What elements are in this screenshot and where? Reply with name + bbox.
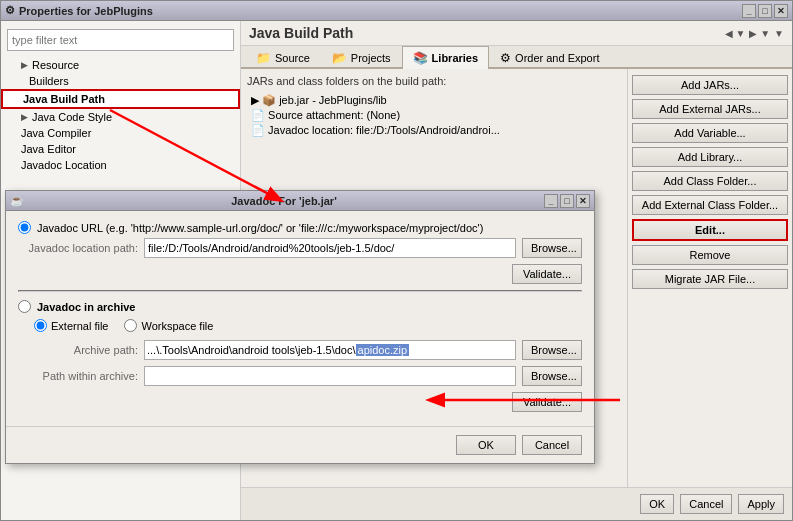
javadoc-url-radio[interactable] [18, 221, 31, 234]
sidebar-item-label: Resource [32, 59, 79, 71]
tab-libraries-label: Libraries [432, 52, 478, 64]
sidebar-item-java-build-path[interactable]: Java Build Path [1, 89, 240, 109]
workspace-file-radio[interactable] [124, 319, 137, 332]
tree-item-label: Source attachment: (None) [268, 109, 400, 121]
sidebar-item-label: Java Code Style [32, 111, 112, 123]
archive-path-row: Archive path: ...\.Tools\Android\android… [18, 340, 582, 360]
projects-tab-icon: 📂 [332, 51, 347, 65]
sidebar-item-java-code-style[interactable]: ▶ Java Code Style [1, 109, 240, 125]
libraries-tab-icon: 📚 [413, 51, 428, 65]
dialog-footer: OK Cancel [6, 426, 594, 463]
archive-path-display: ...\.Tools\Android\android tools\jeb-1.5… [144, 340, 516, 360]
dialog-minimize-button[interactable]: _ [544, 194, 558, 208]
footer: OK Cancel Apply [241, 487, 792, 520]
dialog-close-button[interactable]: ✕ [576, 194, 590, 208]
javadoc-in-archive-section: Javadoc in archive [18, 300, 582, 313]
add-external-class-folder-button[interactable]: Add External Class Folder... [632, 195, 788, 215]
javadoc-url-label: Javadoc URL (e.g. 'http://www.sample-url… [37, 222, 483, 234]
bp-description: JARs and class folders on the build path… [247, 75, 621, 87]
window-title: Properties for JebPlugins [19, 5, 153, 17]
sidebar-item-label: Java Build Path [23, 93, 105, 105]
dialog-title-icon: ☕ [10, 194, 24, 207]
dialog-cancel-button[interactable]: Cancel [522, 435, 582, 455]
add-jars-button[interactable]: Add JARs... [632, 75, 788, 95]
dialog-title-label: Javadoc For 'jeb.jar' [231, 195, 337, 207]
validate1-button[interactable]: Validate... [512, 264, 582, 284]
minimize-button[interactable]: _ [742, 4, 756, 18]
javadoc-in-archive-label: Javadoc in archive [37, 301, 135, 313]
order-export-tab-icon: ⚙ [500, 51, 511, 65]
sidebar-item-label: Java Compiler [21, 127, 91, 139]
tree-item-label: jeb.jar - JebPlugins/lib [279, 94, 387, 106]
tree-item-jeb-jar[interactable]: ▶ 📦 jeb.jar - JebPlugins/lib [247, 93, 621, 108]
ok-button[interactable]: OK [640, 494, 674, 514]
filter-box [7, 29, 234, 51]
tab-bar: 📁 Source 📂 Projects 📚 Libraries ⚙ Order … [241, 46, 792, 69]
cancel-button[interactable]: Cancel [680, 494, 732, 514]
external-file-label: External file [51, 320, 108, 332]
dialog-title-bar: ☕ Javadoc For 'jeb.jar' _ □ ✕ [6, 191, 594, 211]
sidebar-item-javadoc-location[interactable]: Javadoc Location [1, 157, 240, 173]
forward-arrow-icon[interactable]: ▶ ▼ [749, 28, 770, 39]
javadoc-in-archive-radio[interactable] [18, 300, 31, 313]
archive-path-label: Archive path: [18, 344, 138, 356]
tab-libraries[interactable]: 📚 Libraries [402, 46, 489, 69]
add-class-folder-button[interactable]: Add Class Folder... [632, 171, 788, 191]
close-button[interactable]: ✕ [774, 4, 788, 18]
sidebar-item-builders[interactable]: Builders [1, 73, 240, 89]
filter-input[interactable] [7, 29, 234, 51]
jar-icon: 📦 [262, 94, 276, 106]
javadoc-location-path-label: Javadoc location path: [18, 242, 138, 254]
sidebar-item-label: Javadoc Location [21, 159, 107, 171]
tab-order-export[interactable]: ⚙ Order and Export [489, 46, 610, 69]
tree-item-javadoc-location[interactable]: 📄 Javadoc location: file:/D:/Tools/Andro… [247, 123, 621, 138]
apply-button[interactable]: Apply [738, 494, 784, 514]
sidebar-item-label: Builders [29, 75, 69, 87]
edit-button[interactable]: Edit... [632, 219, 788, 241]
add-external-jars-button[interactable]: Add External JARs... [632, 99, 788, 119]
path-within-archive-input[interactable] [144, 366, 516, 386]
browse2-button[interactable]: Browse... [522, 340, 582, 360]
file-icon: 📄 [251, 124, 265, 136]
tab-projects[interactable]: 📂 Projects [321, 46, 402, 69]
source-tab-icon: 📁 [256, 51, 271, 65]
tree-item-source-attachment[interactable]: 📄 Source attachment: (None) [247, 108, 621, 123]
title-bar: ⚙ Properties for JebPlugins _ □ ✕ [1, 1, 792, 21]
tree-item-label: Javadoc location: file:/D:/Tools/Android… [268, 124, 500, 136]
back-arrow-icon[interactable]: ◀ ▼ [725, 28, 746, 39]
dialog-restore-button[interactable]: □ [560, 194, 574, 208]
content-title: Java Build Path [249, 25, 353, 41]
right-button-panel: Add JARs... Add External JARs... Add Var… [627, 69, 792, 487]
javadoc-dialog: ☕ Javadoc For 'jeb.jar' _ □ ✕ Javadoc UR… [5, 190, 595, 464]
add-variable-button[interactable]: Add Variable... [632, 123, 788, 143]
sidebar-item-java-compiler[interactable]: Java Compiler [1, 125, 240, 141]
remove-button[interactable]: Remove [632, 245, 788, 265]
external-file-radio[interactable] [34, 319, 47, 332]
javadoc-url-radio-row: Javadoc URL (e.g. 'http://www.sample-url… [18, 221, 582, 234]
sidebar-item-resource[interactable]: ▶ Resource [1, 57, 240, 73]
expand-icon: ▶ [251, 94, 259, 106]
validate2-button[interactable]: Validate... [512, 392, 582, 412]
arrow-icon: ▶ [21, 112, 28, 122]
sidebar-item-label: Java Editor [21, 143, 76, 155]
browse3-button[interactable]: Browse... [522, 366, 582, 386]
dialog-body: Javadoc URL (e.g. 'http://www.sample-url… [6, 211, 594, 422]
title-bar-buttons: _ □ ✕ [742, 4, 788, 18]
file-icon: 📄 [251, 109, 265, 121]
add-library-button[interactable]: Add Library... [632, 147, 788, 167]
file-type-radio-row: External file Workspace file [34, 319, 582, 332]
menu-arrow-icon[interactable]: ▼ [774, 28, 784, 39]
javadoc-location-path-input[interactable] [144, 238, 516, 258]
tab-source[interactable]: 📁 Source [245, 46, 321, 69]
migrate-button[interactable]: Migrate JAR File... [632, 269, 788, 289]
maximize-button[interactable]: □ [758, 4, 772, 18]
tab-order-export-label: Order and Export [515, 52, 599, 64]
sidebar-item-java-editor[interactable]: Java Editor [1, 141, 240, 157]
tab-source-label: Source [275, 52, 310, 64]
dialog-ok-button[interactable]: OK [456, 435, 516, 455]
path-within-archive-label: Path within archive: [18, 370, 138, 382]
content-header: Java Build Path ◀ ▼ ▶ ▼ ▼ [241, 21, 792, 46]
archive-path-prefix: ...\.Tools\Android\android tools\jeb-1.5… [147, 344, 356, 356]
browse1-button[interactable]: Browse... [522, 238, 582, 258]
nav-arrows: ◀ ▼ ▶ ▼ ▼ [725, 28, 784, 39]
